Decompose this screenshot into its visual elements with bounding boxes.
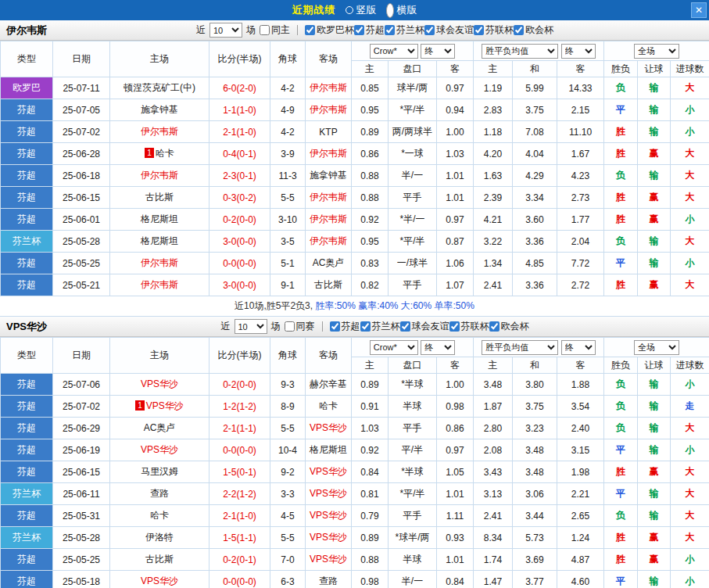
odds-period-select[interactable]: 终 bbox=[421, 340, 455, 355]
scope-select[interactable]: 全场 bbox=[634, 340, 679, 355]
subcol-avg-draw: 和 bbox=[513, 357, 557, 374]
away-team-cell: VPS华沙 bbox=[306, 461, 352, 483]
league-filter[interactable]: 欧罗巴杯 bbox=[305, 23, 354, 37]
corner-cell: 5-5 bbox=[270, 187, 306, 209]
subcol-goals-result: 进球数 bbox=[671, 61, 709, 77]
league-checkbox[interactable] bbox=[474, 25, 484, 35]
avg-home-cell: 3.43 bbox=[474, 461, 513, 483]
away-team-cell: 施拿钟基 bbox=[306, 165, 352, 187]
league-label: 欧罗巴杯 bbox=[317, 23, 354, 37]
layout-option-vertical[interactable]: 竖版 bbox=[346, 3, 377, 17]
bookmaker-select[interactable]: Crow* bbox=[370, 44, 418, 59]
same-competition-checkbox[interactable] bbox=[285, 321, 295, 332]
league-checkbox[interactable] bbox=[489, 321, 500, 332]
home-team-cell: 古比斯 bbox=[110, 187, 209, 209]
league-checkbox[interactable] bbox=[354, 25, 364, 35]
score-cell: 1-5(0-1) bbox=[209, 461, 270, 483]
league-checkbox[interactable] bbox=[424, 25, 435, 35]
away-odds-cell: 1.00 bbox=[437, 121, 474, 143]
league-cell: 芬超 bbox=[1, 99, 53, 121]
away-team-cell: 伊尔韦斯 bbox=[306, 99, 352, 121]
league-cell: 芬超 bbox=[1, 549, 53, 571]
league-checkbox[interactable] bbox=[360, 321, 371, 332]
league-filter[interactable]: 欧会杯 bbox=[489, 320, 529, 333]
wdl-result-cell: 胜 bbox=[604, 527, 638, 549]
match-row: 芬超25-05-25伊尔韦斯0-0(0-0)5-1AC奥卢0.83一/球半1.0… bbox=[1, 253, 709, 274]
league-checkbox[interactable] bbox=[400, 321, 410, 332]
bookmaker-select[interactable]: Crow* bbox=[370, 340, 418, 355]
odds-group-header: Crow* 终 bbox=[352, 41, 474, 61]
wdl-result-cell: 胜 bbox=[604, 187, 638, 209]
panel-title: 近期战绩 bbox=[292, 3, 336, 17]
away-team-cell: VPS华沙 bbox=[306, 527, 352, 549]
league-checkbox[interactable] bbox=[385, 25, 395, 35]
match-row: 芬兰杯25-06-11查路2-2(1-2)3-3VPS华沙0.81*平/半1.0… bbox=[1, 483, 709, 505]
team-name-text: VPS华沙 bbox=[310, 488, 347, 499]
avg-away-cell: 1.98 bbox=[557, 461, 604, 483]
home-odds-cell: 0.79 bbox=[352, 505, 389, 527]
handicap-cell: *半球 bbox=[389, 461, 437, 483]
league-filter[interactable]: 芬联杯 bbox=[449, 320, 489, 333]
same-home-checkbox[interactable] bbox=[260, 25, 270, 35]
avg-period-select[interactable]: 终 bbox=[561, 44, 596, 59]
wdl-result-cell: 负 bbox=[604, 165, 638, 187]
league-filter[interactable]: 芬超 bbox=[354, 23, 385, 37]
score-cell: 0-3(0-2) bbox=[209, 187, 270, 209]
avg-period-select[interactable]: 终 bbox=[561, 340, 596, 355]
avg-away-cell: 2.65 bbox=[557, 505, 604, 527]
same-home-filter[interactable]: 同主 bbox=[260, 23, 290, 37]
col-corner: 角球 bbox=[270, 338, 306, 374]
away-team-cell: 赫尔辛基 bbox=[306, 374, 352, 396]
summary-row: 近10场,胜5平2负3, 胜率:50% 赢率:40% 大:60% 单率:50% bbox=[0, 296, 709, 317]
match-row: 芬超25-05-21伊尔韦斯3-0(0-0)9-1古比斯0.82平手1.072.… bbox=[1, 274, 709, 296]
league-checkbox[interactable] bbox=[305, 25, 315, 35]
date-cell: 25-07-05 bbox=[53, 99, 110, 121]
avg-odds-select[interactable]: 胜平负均值 bbox=[482, 44, 558, 59]
score-cell: 2-1(1-0) bbox=[209, 121, 270, 143]
away-team-cell: 伊尔韦斯 bbox=[306, 209, 352, 231]
odds-period-select[interactable]: 终 bbox=[421, 44, 455, 59]
handicap-result-cell: 赢 bbox=[638, 549, 671, 571]
same-competition-filter[interactable]: 同赛 bbox=[285, 320, 315, 333]
team-name: VPS华沙 bbox=[6, 320, 47, 334]
away-odds-cell: 1.01 bbox=[437, 187, 474, 209]
league-filter[interactable]: 欧会杯 bbox=[514, 23, 553, 37]
team-name-text: KTP bbox=[319, 127, 337, 138]
league-filter[interactable]: 球会友谊 bbox=[424, 23, 474, 37]
handicap-cell: 平手 bbox=[389, 418, 437, 439]
match-row: 芬超25-07-02伊尔韦斯2-1(1-0)4-2KTP0.89两/两球半1.0… bbox=[1, 121, 709, 143]
results-table: 类型 日期 主场 比分(半场) 角球 客场 Crow* 终 胜平负均值 终 bbox=[0, 41, 709, 296]
league-checkbox[interactable] bbox=[330, 321, 340, 332]
league-filter[interactable]: 芬超 bbox=[330, 320, 360, 333]
goals-result-cell: 走 bbox=[671, 396, 709, 418]
home-odds-cell: 0.81 bbox=[352, 483, 389, 505]
corner-cell: 8-9 bbox=[270, 396, 306, 418]
away-team-cell: 查路 bbox=[306, 571, 352, 588]
layout-option-horizontal[interactable]: 横版 bbox=[386, 3, 417, 18]
avg-away-cell: 4.23 bbox=[557, 165, 604, 187]
team-name-text: 伊尔韦斯 bbox=[141, 279, 178, 290]
league-filter[interactable]: 芬兰杯 bbox=[360, 320, 400, 333]
recent-count-select[interactable]: 10 bbox=[235, 319, 267, 334]
league-cell: 芬超 bbox=[1, 253, 53, 274]
close-button[interactable]: ✕ bbox=[691, 2, 707, 18]
avg-away-cell: 4.60 bbox=[557, 571, 604, 588]
league-filter[interactable]: 球会友谊 bbox=[400, 320, 449, 333]
league-filters: 芬超芬兰杯球会友谊芬联杯欧会杯 bbox=[330, 320, 529, 334]
avg-odds-select[interactable]: 胜平负均值 bbox=[482, 340, 558, 355]
league-checkbox[interactable] bbox=[449, 321, 460, 332]
team-bar: 伊尔韦斯 近 10 场 同主 欧罗巴杯芬超芬兰杯球会友谊芬联杯欧会杯 bbox=[0, 20, 709, 41]
team-name-text: VPS华沙 bbox=[310, 532, 347, 543]
home-odds-cell: 0.89 bbox=[352, 527, 389, 549]
scope-select[interactable]: 全场 bbox=[634, 44, 679, 59]
league-cell: 芬超 bbox=[1, 374, 53, 396]
home-team-cell: 伊洛特 bbox=[110, 527, 209, 549]
league-filter[interactable]: 芬兰杯 bbox=[385, 23, 424, 37]
score-cell: 1-2(1-2) bbox=[209, 396, 270, 418]
recent-count-select[interactable]: 10 bbox=[209, 23, 242, 38]
away-odds-cell: 0.86 bbox=[437, 418, 474, 439]
league-checkbox[interactable] bbox=[514, 25, 524, 35]
league-filter[interactable]: 芬联杯 bbox=[474, 23, 514, 37]
avg-draw-cell: 3.77 bbox=[513, 571, 557, 588]
team-name-text: 伊尔韦斯 bbox=[310, 192, 347, 203]
